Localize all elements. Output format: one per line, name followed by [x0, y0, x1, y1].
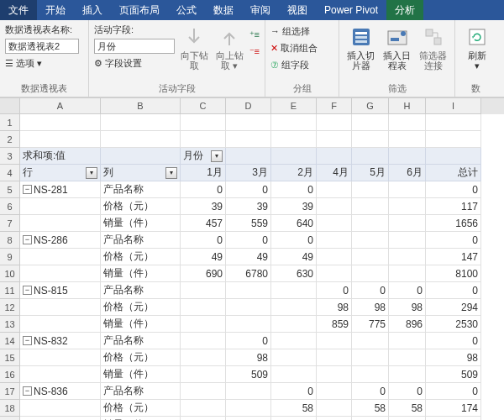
cell[interactable]: 3月 [226, 165, 271, 181]
cell[interactable]: 6780 [226, 265, 271, 282]
cell[interactable]: 价格（元） [101, 349, 181, 366]
cell[interactable] [389, 265, 426, 282]
cell[interactable]: 5月 [352, 165, 389, 181]
cell[interactable]: 0 [389, 282, 426, 299]
cell[interactable]: −NS-815 [20, 282, 101, 299]
cell[interactable] [226, 114, 271, 131]
cell[interactable] [317, 181, 352, 198]
cell[interactable] [20, 316, 101, 333]
cell[interactable]: 98 [352, 299, 389, 316]
cell[interactable] [226, 316, 271, 333]
cell[interactable]: 产品名称 [101, 282, 181, 299]
cell[interactable] [271, 366, 317, 383]
cell[interactable] [271, 282, 317, 299]
cell[interactable]: 销量（件） [101, 366, 181, 383]
cell[interactable]: 0 [181, 181, 226, 198]
cell[interactable]: 39 [271, 198, 317, 215]
cell[interactable]: 39 [181, 198, 226, 215]
cell[interactable] [271, 131, 317, 148]
cell[interactable] [226, 299, 271, 316]
cell[interactable] [20, 265, 101, 282]
cell[interactable] [271, 333, 317, 349]
cell[interactable] [226, 148, 271, 165]
cell[interactable]: −NS-836 [20, 383, 101, 400]
filter-icon[interactable]: ▾ [211, 150, 223, 162]
cell[interactable] [181, 316, 226, 333]
cell[interactable]: 0 [352, 383, 389, 400]
cell[interactable] [389, 333, 426, 349]
cell[interactable]: 0 [271, 383, 317, 400]
tab-review[interactable]: 审阅 [242, 0, 279, 20]
cell[interactable]: 690 [181, 265, 226, 282]
cell[interactable] [317, 131, 352, 148]
cell[interactable] [181, 366, 226, 383]
row-header[interactable]: 13 [0, 316, 20, 333]
drill-up-button[interactable]: 向上钻取 ▾ [213, 22, 245, 71]
cell[interactable]: 630 [271, 265, 317, 282]
cell[interactable] [20, 131, 101, 148]
col-header-H[interactable]: H [389, 98, 426, 114]
cell[interactable] [20, 114, 101, 131]
cell[interactable] [101, 114, 181, 131]
cell[interactable] [317, 400, 352, 417]
cell[interactable] [20, 417, 101, 420]
cell[interactable] [317, 265, 352, 282]
cell[interactable] [101, 148, 181, 165]
cell[interactable]: 0 [226, 333, 271, 349]
cell[interactable]: 月份▾ [181, 148, 226, 165]
cell[interactable]: 0 [426, 333, 481, 349]
tab-formulas[interactable]: 公式 [168, 0, 205, 20]
cell[interactable]: 98 [226, 349, 271, 366]
expand-field-button[interactable]: ⁺≡ [249, 27, 260, 42]
cell[interactable] [317, 349, 352, 366]
col-header-F[interactable]: F [317, 98, 352, 114]
cell[interactable] [352, 232, 389, 249]
cell[interactable] [352, 114, 389, 131]
tab-analyze[interactable]: 分析 [386, 0, 423, 20]
cell[interactable] [271, 299, 317, 316]
cell[interactable]: 680 [389, 417, 426, 420]
tab-home[interactable]: 开始 [37, 0, 74, 20]
cell[interactable]: 174 [426, 400, 481, 417]
cell[interactable]: 价格（元） [101, 299, 181, 316]
cell[interactable] [181, 299, 226, 316]
active-field-input[interactable]: 月份 [94, 39, 175, 54]
cell[interactable]: 0 [426, 383, 481, 400]
cell[interactable] [271, 114, 317, 131]
cell[interactable]: 1656 [426, 215, 481, 232]
cell[interactable] [181, 333, 226, 349]
cell[interactable] [226, 282, 271, 299]
row-header[interactable]: 1 [0, 114, 20, 131]
cell[interactable] [181, 114, 226, 131]
cell[interactable] [271, 349, 317, 366]
cell[interactable]: 0 [426, 282, 481, 299]
cell[interactable] [181, 400, 226, 417]
cell[interactable]: 价格（元） [101, 198, 181, 215]
col-header-I[interactable]: I [426, 98, 481, 114]
cell[interactable] [352, 198, 389, 215]
cell[interactable]: 行▾ [20, 165, 101, 181]
cell[interactable]: 147 [426, 249, 481, 265]
cell[interactable]: 0 [352, 282, 389, 299]
cell[interactable]: 49 [271, 249, 317, 265]
cell[interactable] [317, 333, 352, 349]
row-header[interactable]: 4 [0, 165, 20, 181]
group-field-button[interactable]: ⑦组字段 [270, 57, 333, 72]
cell[interactable] [317, 215, 352, 232]
cell[interactable]: 553 [271, 417, 317, 420]
col-header-C[interactable]: C [181, 98, 226, 114]
cell[interactable]: 117 [426, 198, 481, 215]
cell[interactable] [389, 249, 426, 265]
cell[interactable] [352, 333, 389, 349]
cell[interactable]: 产品名称 [101, 181, 181, 198]
cell[interactable] [389, 181, 426, 198]
cell[interactable] [181, 383, 226, 400]
collapse-icon[interactable]: − [23, 286, 32, 295]
filter-conn-button[interactable]: 筛选器连接 [417, 22, 449, 71]
cell[interactable] [352, 265, 389, 282]
cell[interactable]: 列▾ [101, 165, 181, 181]
cell[interactable] [317, 232, 352, 249]
row-header[interactable]: 10 [0, 265, 20, 282]
cell[interactable] [426, 131, 481, 148]
cell[interactable] [352, 131, 389, 148]
